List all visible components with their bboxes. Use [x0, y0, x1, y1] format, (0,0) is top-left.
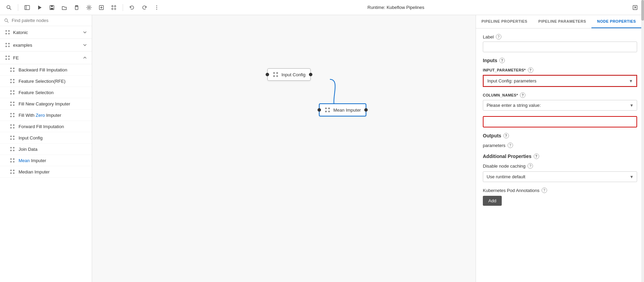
svg-point-22 — [6, 33, 7, 34]
tab-pipeline-parameters[interactable]: PIPELINE PARAMETERS — [533, 15, 592, 28]
svg-point-11 — [114, 5, 116, 7]
svg-point-61 — [13, 147, 14, 148]
palette-item-mean-imputer[interactable]: Mean Imputer — [0, 155, 92, 166]
svg-point-43 — [13, 93, 14, 94]
svg-line-1 — [10, 8, 11, 9]
outputs-help-icon[interactable]: ? — [503, 133, 509, 138]
inputs-help-icon[interactable]: ? — [499, 58, 505, 63]
node-input-config[interactable]: Input Config — [267, 68, 311, 81]
input-parameters-select[interactable]: Input Config: parameters — [484, 76, 636, 86]
item-label-mean-imputer: Mean Imputer — [19, 158, 46, 163]
svg-point-12 — [112, 8, 113, 10]
label-group: Label ? — [483, 34, 637, 52]
svg-marker-3 — [38, 5, 42, 10]
search-palette-icon[interactable] — [4, 3, 14, 12]
column-names-help-icon[interactable]: ? — [520, 92, 525, 98]
disable-caching-select-wrapper: Use runtime default True False ▼ — [483, 171, 637, 182]
svg-point-44 — [11, 102, 12, 103]
more-options-icon[interactable] — [152, 3, 162, 12]
palette-item-backward-fill[interactable]: Backward Fill Imputation — [0, 64, 92, 76]
svg-point-71 — [13, 173, 14, 174]
open-icon[interactable] — [59, 3, 69, 12]
svg-point-32 — [11, 68, 12, 69]
k8s-annotations-group: Kubernetes Pod Annotations ? Add — [483, 188, 637, 206]
tip-input-group: tip — [483, 116, 637, 127]
svg-point-47 — [13, 105, 14, 106]
label-field-title: Label ? — [483, 34, 637, 40]
category-katonic-label: Katonic — [5, 30, 28, 35]
outputs-parameters-label: parameters ? — [483, 143, 637, 148]
svg-point-21 — [9, 31, 10, 32]
svg-point-27 — [9, 46, 10, 47]
palette-item-input-config[interactable]: Input Config — [0, 132, 92, 144]
delete-icon[interactable] — [72, 3, 81, 12]
label-input[interactable] — [483, 42, 637, 52]
svg-point-37 — [13, 79, 14, 80]
svg-point-25 — [9, 43, 10, 44]
svg-point-41 — [13, 91, 14, 92]
svg-line-19 — [7, 21, 9, 22]
palette-item-feature-selection-rfe[interactable]: Feature Selection(RFE) — [0, 76, 92, 87]
mean-imputer-port-right[interactable] — [364, 108, 368, 112]
disable-caching-help-icon[interactable]: ? — [528, 163, 533, 169]
outputs-parameters-help-icon[interactable]: ? — [508, 143, 513, 148]
k8s-annotations-label: Kubernetes Pod Annotations ? — [483, 188, 637, 193]
additional-properties-help-icon[interactable]: ? — [534, 154, 539, 159]
category-fe[interactable]: FE — [0, 52, 92, 64]
palette-item-fill-zero[interactable]: Fill With Zero Imputer — [0, 110, 92, 121]
palette-item-fill-new-category[interactable]: Fill New Category Imputer — [0, 98, 92, 110]
category-examples[interactable]: examples — [0, 39, 92, 52]
label-help-icon[interactable]: ? — [496, 34, 501, 40]
chevron-down-icon2 — [83, 43, 87, 47]
node-mean-imputer-icon — [324, 107, 331, 113]
svg-point-74 — [274, 76, 275, 77]
svg-point-26 — [6, 46, 7, 47]
input-config-port-right[interactable] — [309, 73, 312, 76]
nodes-icon[interactable] — [109, 3, 119, 12]
tab-node-properties[interactable]: NODE PROPERTIES — [591, 15, 641, 28]
svg-point-38 — [11, 82, 12, 83]
node-item-icon2 — [10, 78, 15, 84]
palette-search-bar[interactable] — [0, 15, 92, 26]
pipeline-canvas[interactable]: Input Config Mean Imputer — [92, 15, 476, 282]
save-icon[interactable] — [47, 3, 57, 12]
node-mean-imputer[interactable]: Mean Imputer — [319, 103, 366, 116]
add-annotation-button[interactable]: Add — [483, 196, 502, 206]
node-item-icon10 — [10, 169, 15, 174]
search-input[interactable] — [12, 18, 88, 23]
chevron-up-icon — [83, 56, 87, 60]
disable-caching-select[interactable]: Use runtime default True False — [483, 171, 637, 182]
tab-pipeline-properties[interactable]: PIPELINE PROPERTIES — [476, 15, 533, 28]
pipeline-settings-icon[interactable] — [84, 3, 94, 12]
scrollbar-thumb[interactable] — [641, 15, 644, 21]
run-icon[interactable] — [35, 3, 44, 12]
undo-icon[interactable] — [127, 3, 137, 12]
input-parameters-group: INPUT_PARAMETERS* ? Input Config: parame… — [483, 67, 637, 87]
back-to-canvas-icon[interactable] — [22, 3, 32, 12]
k8s-annotations-help-icon[interactable]: ? — [542, 188, 547, 193]
svg-point-39 — [13, 82, 14, 83]
input-parameters-help-icon[interactable]: ? — [528, 67, 533, 73]
svg-point-79 — [329, 111, 330, 112]
svg-point-78 — [325, 111, 326, 112]
column-names-label: COLUMN_NAMES* ? — [483, 92, 637, 98]
palette-item-forward-fill[interactable]: Forward Fill Imputation — [0, 121, 92, 132]
tip-input[interactable]: tip — [483, 116, 637, 127]
column-names-select[interactable]: Please enter a string value: — [483, 100, 637, 111]
palette-item-median-imputer[interactable]: Median Imputer — [0, 166, 92, 178]
svg-rect-7 — [75, 7, 78, 10]
input-config-port-left[interactable] — [266, 73, 269, 76]
redo-icon[interactable] — [140, 3, 149, 12]
right-scrollbar[interactable] — [641, 15, 644, 282]
svg-point-20 — [6, 31, 7, 32]
category-katonic[interactable]: Katonic — [0, 26, 92, 39]
palette-item-join-data[interactable]: Join Data — [0, 144, 92, 155]
palette-item-feature-selection[interactable]: Feature Selection — [0, 87, 92, 98]
svg-point-66 — [11, 161, 12, 162]
input-parameters-label: INPUT_PARAMETERS* ? — [483, 67, 637, 73]
export-icon[interactable] — [97, 3, 106, 12]
mean-imputer-port-left[interactable] — [318, 108, 321, 112]
svg-point-45 — [13, 102, 14, 103]
svg-point-60 — [11, 147, 12, 148]
expand-icon[interactable] — [630, 3, 640, 12]
